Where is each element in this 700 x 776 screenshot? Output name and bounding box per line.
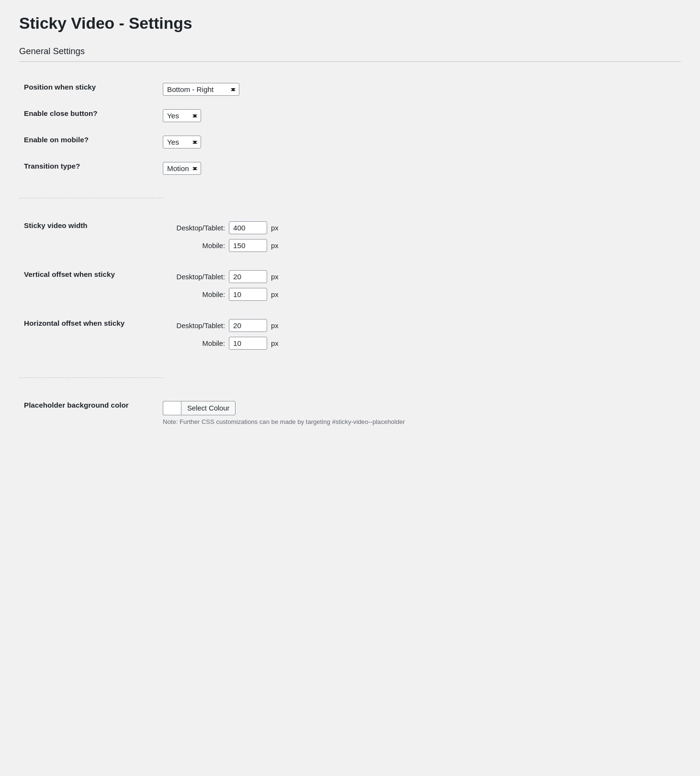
horizontal-offset-desktop-row: Desktop/Tablet: px	[163, 319, 676, 332]
close-button-label: Enable close button?	[24, 109, 98, 117]
vertical-offset-mobile-label: Mobile:	[163, 291, 225, 298]
video-width-row: Sticky video width Desktop/Tablet: px Mo…	[19, 215, 681, 263]
horizontal-offset-desktop-unit: px	[271, 322, 279, 330]
select-colour-button[interactable]: Select Colour	[181, 401, 236, 415]
dashed-divider-row-2	[19, 361, 681, 394]
mobile-label: Enable on mobile?	[24, 136, 89, 144]
transition-label: Transition type?	[24, 162, 80, 170]
horizontal-offset-row: Horizontal offset when sticky Desktop/Ta…	[19, 312, 681, 361]
vertical-offset-desktop-input[interactable]	[229, 270, 267, 283]
close-button-select[interactable]: Yes No	[163, 109, 201, 122]
horizontal-offset-label: Horizontal offset when sticky	[24, 319, 124, 327]
color-btn-row: Select Colour	[163, 401, 236, 415]
position-label: Position when sticky	[24, 83, 96, 91]
transition-row: Transition type? Motion Fade None	[19, 155, 681, 182]
dashed-divider-1	[19, 198, 163, 198]
vertical-offset-label: Vertical offset when sticky	[24, 270, 115, 278]
video-width-desktop-unit: px	[271, 224, 279, 232]
vertical-offset-row: Vertical offset when sticky Desktop/Tabl…	[19, 263, 681, 312]
placeholder-bg-row: Placeholder background color Select Colo…	[19, 394, 681, 432]
position-row: Position when sticky Bottom - Right Bott…	[19, 76, 681, 103]
video-width-desktop-label: Desktop/Tablet:	[163, 224, 225, 232]
video-width-mobile-unit: px	[271, 242, 279, 250]
vertical-offset-desktop-row: Desktop/Tablet: px	[163, 270, 676, 283]
position-select[interactable]: Bottom - Right Bottom - Left Top - Right…	[163, 83, 239, 96]
video-width-label: Sticky video width	[24, 221, 88, 229]
horizontal-offset-mobile-input[interactable]	[229, 337, 267, 350]
video-width-mobile-row: Mobile: px	[163, 239, 676, 252]
horizontal-offset-desktop-label: Desktop/Tablet:	[163, 322, 225, 330]
mobile-row: Enable on mobile? Yes No	[19, 129, 681, 155]
horizontal-offset-desktop-input[interactable]	[229, 319, 267, 332]
dashed-divider-2	[19, 377, 163, 378]
section-divider	[19, 61, 681, 62]
color-picker-section: Select Colour Note: Further CSS customiz…	[163, 401, 676, 425]
video-width-mobile-input[interactable]	[229, 239, 267, 252]
settings-table: Position when sticky Bottom - Right Bott…	[19, 76, 681, 432]
video-width-desktop-row: Desktop/Tablet: px	[163, 221, 676, 234]
placeholder-bg-label: Placeholder background color	[24, 401, 129, 409]
page-title: Sticky Video - Settings	[19, 14, 681, 33]
section-title: General Settings	[19, 46, 681, 57]
vertical-offset-desktop-unit: px	[271, 273, 279, 281]
video-width-mobile-label: Mobile:	[163, 242, 225, 250]
color-swatch[interactable]	[163, 401, 181, 415]
horizontal-offset-mobile-row: Mobile: px	[163, 337, 676, 350]
dashed-divider-row	[19, 182, 681, 215]
mobile-select[interactable]: Yes No	[163, 136, 201, 148]
video-width-desktop-input[interactable]	[229, 221, 267, 234]
horizontal-offset-mobile-label: Mobile:	[163, 340, 225, 347]
close-button-row: Enable close button? Yes No	[19, 103, 681, 129]
vertical-offset-mobile-row: Mobile: px	[163, 288, 676, 301]
transition-select[interactable]: Motion Fade None	[163, 162, 201, 175]
vertical-offset-mobile-unit: px	[271, 291, 279, 298]
vertical-offset-mobile-input[interactable]	[229, 288, 267, 301]
vertical-offset-desktop-label: Desktop/Tablet:	[163, 273, 225, 281]
horizontal-offset-mobile-unit: px	[271, 340, 279, 347]
colour-note: Note: Further CSS customizations can be …	[163, 418, 405, 425]
